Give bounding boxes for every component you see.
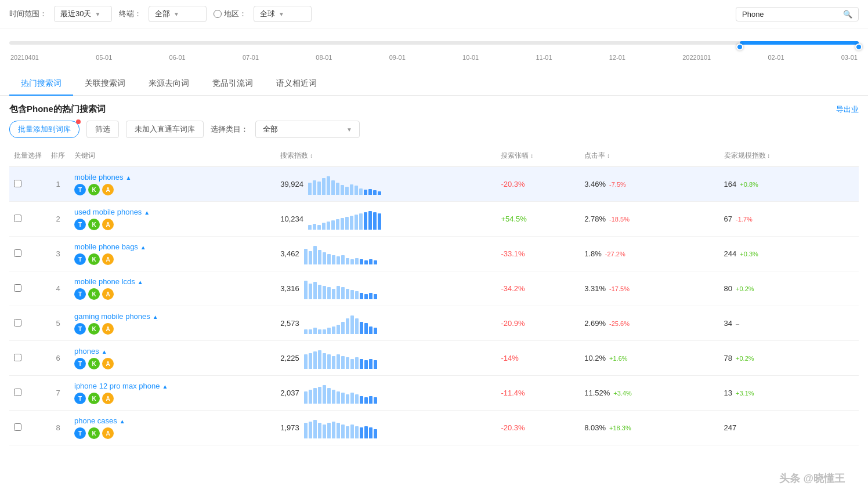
chart-bar bbox=[313, 246, 317, 264]
keyword-tag-t: T bbox=[74, 393, 86, 404]
tab-hot-search[interactable]: 热门搜索词 bbox=[9, 72, 73, 96]
row-checkbox[interactable] bbox=[14, 423, 21, 431]
chart-bar bbox=[304, 249, 308, 264]
keyword-tag-t: T bbox=[74, 288, 86, 300]
chart-bar bbox=[332, 390, 335, 404]
keyword-tag-t: T bbox=[74, 184, 86, 195]
th-rank: 排序 bbox=[46, 145, 70, 167]
not-added-button[interactable]: 未加入直通车词库 bbox=[126, 121, 204, 138]
timeline-label-11: 03-01 bbox=[841, 54, 858, 61]
chart-bar bbox=[373, 190, 377, 195]
batch-add-button[interactable]: 批量添加到词库 bbox=[9, 121, 79, 138]
time-range-select[interactable]: 最近30天 ▼ bbox=[54, 6, 112, 22]
row-checkbox[interactable] bbox=[14, 389, 21, 396]
seller-index-change: +0.8% bbox=[740, 181, 758, 188]
keyword-tag-k: K bbox=[88, 288, 100, 300]
th-click-rate[interactable]: 点击率 bbox=[580, 145, 719, 167]
chart-bar bbox=[304, 391, 308, 404]
search-index-value: 39,924 bbox=[280, 180, 303, 188]
timeline-handle-right[interactable] bbox=[855, 43, 862, 50]
keyword-link[interactable]: phone cases bbox=[74, 416, 117, 425]
section-title: 包含Phone的热门搜索词 bbox=[9, 104, 106, 115]
keyword-link[interactable]: mobile phone lcds bbox=[74, 277, 135, 286]
tab-semantic-similar[interactable]: 语义相近词 bbox=[265, 72, 328, 96]
search-index-value: 1,973 bbox=[280, 423, 299, 432]
time-range-value: 最近30天 bbox=[60, 9, 91, 19]
seller-index-change: +3.1% bbox=[736, 390, 754, 397]
chart-bar bbox=[368, 189, 372, 195]
timeline-handle-left[interactable] bbox=[736, 43, 743, 50]
chart-bar bbox=[350, 359, 354, 369]
table-row: 6phones▲TKA2,225-14%10.2%+1.6%78+0.2% bbox=[9, 341, 859, 376]
chart-bar bbox=[313, 420, 317, 438]
region-label: 地区： bbox=[224, 9, 247, 19]
region-select[interactable]: 全球 ▼ bbox=[254, 6, 312, 22]
keyword-link[interactable]: phones bbox=[74, 347, 99, 355]
terminal-arrow-icon: ▼ bbox=[173, 11, 179, 17]
chart-bar bbox=[322, 223, 326, 230]
trend-icon: ▲ bbox=[126, 175, 132, 181]
row-checkbox[interactable] bbox=[14, 249, 21, 257]
chart-bar bbox=[318, 423, 321, 438]
th-batch: 批量选择 bbox=[9, 145, 46, 167]
tab-related-search[interactable]: 关联搜索词 bbox=[73, 72, 137, 96]
chart-bar bbox=[327, 354, 331, 369]
row-click-rate: 2.78%-18.5% bbox=[580, 202, 719, 237]
chart-bar bbox=[309, 390, 312, 404]
seller-index-value: 78 bbox=[724, 354, 732, 362]
row-checkbox[interactable] bbox=[14, 215, 21, 222]
row-search-change: -11.4% bbox=[496, 376, 580, 411]
row-checkbox[interactable] bbox=[14, 319, 21, 327]
keyword-link[interactable]: mobile phone bags bbox=[74, 242, 138, 251]
chart-bar bbox=[317, 182, 321, 195]
th-search-change[interactable]: 搜索张幅 bbox=[496, 145, 580, 167]
mini-chart bbox=[308, 209, 381, 230]
export-button[interactable]: 导出业 bbox=[836, 104, 859, 115]
chart-bar bbox=[350, 184, 353, 195]
th-seller-index[interactable]: 卖家规模指数 bbox=[719, 145, 859, 167]
time-range-label: 时间范围： bbox=[9, 9, 47, 19]
chart-bar bbox=[327, 222, 330, 230]
chart-bar bbox=[337, 391, 340, 404]
chart-bar bbox=[360, 293, 363, 299]
keyword-link[interactable]: gaming mobile phones bbox=[74, 312, 150, 321]
timeline-label-6: 10-01 bbox=[462, 54, 479, 61]
row-seller-index: 67-1.7% bbox=[719, 202, 859, 237]
row-keyword: mobile phone lcds▲TKA bbox=[70, 271, 276, 306]
chart-bar bbox=[364, 426, 368, 438]
row-checkbox[interactable] bbox=[14, 354, 21, 361]
chart-bar bbox=[337, 423, 340, 438]
filter-button[interactable]: 筛选 bbox=[86, 121, 119, 138]
chart-bar bbox=[323, 425, 326, 438]
chart-bar bbox=[318, 387, 321, 404]
keyword-tag-t: T bbox=[74, 358, 86, 369]
category-value: 全部 bbox=[263, 124, 278, 135]
row-checkbox[interactable] bbox=[14, 284, 21, 292]
tab-competitor-traffic[interactable]: 竞品引流词 bbox=[201, 72, 265, 96]
category-select[interactable]: 全部 ▼ bbox=[255, 121, 360, 138]
row-rank: 7 bbox=[46, 376, 70, 411]
chart-bar bbox=[323, 329, 326, 334]
click-rate-change: -25.6% bbox=[609, 320, 630, 327]
keyword-tag-k: K bbox=[88, 323, 100, 335]
keyword-link[interactable]: iphone 12 pro max phone bbox=[74, 382, 160, 390]
trend-icon: ▲ bbox=[144, 209, 150, 216]
region-radio[interactable] bbox=[214, 10, 222, 18]
chart-bar bbox=[374, 328, 377, 334]
tab-source-destination[interactable]: 来源去向词 bbox=[137, 72, 201, 96]
terminal-select[interactable]: 全部 ▼ bbox=[149, 6, 207, 22]
keyword-search-box[interactable]: 🔍 bbox=[736, 7, 859, 21]
seller-index-value: 34 bbox=[724, 319, 732, 328]
keyword-link[interactable]: used mobile phones bbox=[74, 208, 142, 216]
tag-row: TKA bbox=[74, 358, 271, 369]
row-seller-index: 34– bbox=[719, 306, 859, 341]
chart-bar bbox=[304, 354, 308, 369]
table-row: 7iphone 12 pro max phone▲TKA2,037-11.4%1… bbox=[9, 376, 859, 411]
keyword-search-input[interactable] bbox=[742, 10, 840, 19]
th-search-index[interactable]: 搜索指数 bbox=[276, 145, 496, 167]
chart-bar bbox=[369, 327, 372, 334]
row-checkbox[interactable] bbox=[14, 180, 21, 187]
chart-bar bbox=[346, 426, 349, 438]
keyword-link[interactable]: mobile phones bbox=[74, 173, 124, 182]
chart-bar bbox=[350, 393, 354, 404]
